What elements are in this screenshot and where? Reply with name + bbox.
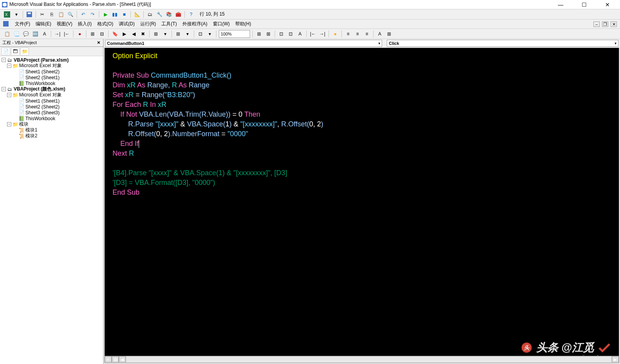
save-button[interactable] [25,11,33,18]
expand-icon[interactable]: − [2,58,6,62]
project-explorer-button[interactable]: 🗂 [146,11,154,18]
expand-icon[interactable]: − [2,87,6,91]
menu-file[interactable]: 文件(F) [13,20,32,28]
parameter-info-button[interactable]: 🔤 [31,30,39,38]
redo-button[interactable]: ↷ [89,11,96,18]
view-code-button[interactable]: 📄 [2,48,10,55]
paste-button[interactable]: 📋 [57,11,65,18]
tb-btn-j[interactable]: A [376,30,384,38]
comment-button[interactable]: ⊞ [89,30,96,38]
align-button[interactable]: ⊞ [174,30,182,38]
prev-bookmark-button[interactable]: ◀ [130,30,138,38]
menu-run[interactable]: 运行(R) [138,20,159,28]
tree-workbook[interactable]: 📗 ThisWorkbook [1,80,102,86]
menu-addins[interactable]: 外接程序(A) [180,20,210,28]
run-button[interactable]: ▶ [102,11,109,18]
tb-btn-b[interactable]: ⊞ [264,30,272,38]
clear-bookmarks-button[interactable]: ✖ [139,30,147,38]
menu-insert[interactable]: 插入(I) [75,20,94,28]
tree-sheet[interactable]: 📄 Sheet3 (Sheet3) [1,110,102,115]
full-module-view-button[interactable]: ▤ [112,356,119,362]
procedure-view-button[interactable]: ≡ [105,356,112,362]
scroll-right-button[interactable]: ▶ [612,356,619,362]
tb-btn-k[interactable]: ⊞ [385,30,393,38]
tree-project-2[interactable]: − 🗂 VBAProject (颜色.xlsm) [1,86,102,92]
reset-button[interactable]: ■ [120,11,128,18]
tree-module[interactable]: 📜 模块2 [1,133,102,139]
copy-button[interactable]: ⎘ [48,11,55,18]
code-editor[interactable]: Option Explicit Private Sub CommandButto… [104,48,619,363]
tree-folder[interactable]: − 📁 Microsoft Excel 对象 [1,63,102,69]
design-mode-button[interactable]: 📐 [133,11,141,18]
break-button[interactable]: ▮▮ [111,11,119,18]
menu-view[interactable]: 视图(V) [54,20,75,28]
tab-order-button[interactable]: ⊞ [152,30,160,38]
expand-icon[interactable]: − [7,64,11,68]
expand-icon[interactable]: − [7,93,11,97]
expand-icon[interactable]: − [7,122,11,126]
view-object-button[interactable]: 🗔 [11,48,20,55]
procedure-dropdown[interactable]: Click [387,40,618,47]
size-button[interactable]: ⊡ [197,30,204,38]
cut-button[interactable]: ✂ [38,11,46,18]
mdi-minimize[interactable]: – [593,21,600,27]
tb-btn-e[interactable]: A [296,30,304,38]
excel-icon[interactable]: X [3,11,11,18]
quick-info-button[interactable]: 💬 [22,30,30,38]
tree-sheet[interactable]: 📄 Sheet1 (Sheet2) [1,69,102,75]
maximize-button[interactable]: ☐ [576,2,592,8]
indent2-button[interactable]: →| [318,30,326,38]
close-button[interactable]: ✕ [600,2,615,8]
tb-btn-a[interactable]: ⊞ [255,30,263,38]
scroll-left-button[interactable]: ◀ [119,356,126,362]
mdi-restore[interactable]: ❐ [602,21,608,27]
tree-project-1[interactable]: − 🗂 VBAProject (Parse.xlsm) [1,57,102,63]
zoom-combo[interactable]: 100% [219,30,250,38]
project-tree[interactable]: − 🗂 VBAProject (Parse.xlsm) − 📁 Microsof… [0,56,103,364]
uncomment-button[interactable]: ⊟ [98,30,106,38]
tb-btn-i[interactable]: ≡ [363,30,371,38]
tree-sheet[interactable]: 📄 Sheet2 (Sheet1) [1,75,102,80]
outdent2-button[interactable]: |← [309,30,317,38]
minimize-button[interactable]: — [553,2,568,8]
toolbox-button[interactable]: 🧰 [174,11,182,18]
tb-btn-g[interactable]: ≡ [344,30,352,38]
next-bookmark-button[interactable]: ▶ [120,30,128,38]
breakpoint-button[interactable]: ● [76,30,84,38]
indent-button[interactable]: →| [54,30,61,38]
tb-btn-f[interactable]: ● [331,30,339,38]
undo-button[interactable]: ↶ [79,11,87,18]
horizontal-scrollbar[interactable] [126,356,612,363]
mdi-close[interactable]: ✕ [611,21,617,27]
toggle-folders-button[interactable]: 📁 [20,48,29,55]
list-constants-button[interactable]: 📃 [13,30,20,38]
list-properties-button[interactable]: 📋 [3,30,11,38]
outdent-button[interactable]: |← [63,30,71,38]
panel-close-button[interactable]: ✕ [95,40,102,45]
object-dropdown[interactable]: CommandButton1 [105,40,382,47]
insert-dropdown[interactable]: ▾ [13,11,20,18]
find-button[interactable]: 🔍 [66,11,74,18]
menu-format[interactable]: 格式(O) [95,20,116,28]
menu-tools[interactable]: 工具(T) [159,20,179,28]
tree-sheet[interactable]: 📄 Sheet1 (Sheet1) [1,98,102,104]
object-browser-button[interactable]: 📚 [165,11,173,18]
menu-debug[interactable]: 调试(D) [116,20,137,28]
tb-btn-d[interactable]: ⊡ [287,30,295,38]
tree-sheet[interactable]: 📄 Sheet2 (Sheet2) [1,104,102,110]
tb-dropdown[interactable]: ▾ [161,30,169,38]
tree-modules-folder[interactable]: − 📁 模块 [1,121,102,127]
size-dropdown[interactable]: ▾ [206,30,214,38]
bookmark-button[interactable]: 🔖 [111,30,119,38]
help-button[interactable]: ? [187,11,195,18]
properties-button[interactable]: 🔧 [155,11,163,18]
tb-btn-h[interactable]: ≡ [354,30,361,38]
tb-btn-c[interactable]: ⊡ [277,30,285,38]
tree-workbook[interactable]: 📗 ThisWorkbook [1,115,102,121]
complete-word-button[interactable]: A [41,30,48,38]
tree-folder[interactable]: − 📁 Microsoft Excel 对象 [1,92,102,98]
menu-window[interactable]: 窗口(W) [211,20,232,28]
menu-edit[interactable]: 编辑(E) [33,20,54,28]
menu-help[interactable]: 帮助(H) [233,20,254,28]
tree-module[interactable]: 📜 模块1 [1,127,102,133]
